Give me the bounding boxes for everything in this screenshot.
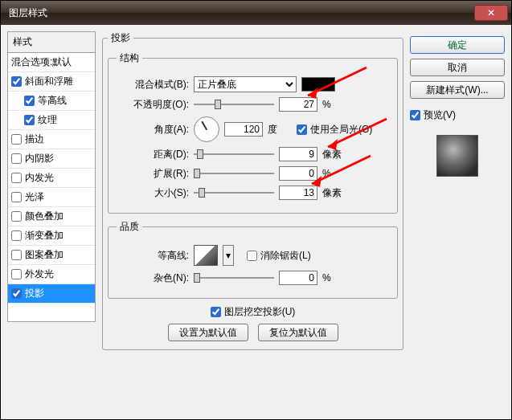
style-label: 斜面和浮雕 <box>25 75 73 88</box>
noise-unit: % <box>322 272 343 283</box>
style-row[interactable]: 图案叠加 <box>8 246 95 265</box>
style-checkbox[interactable] <box>11 192 22 202</box>
quality-legend: 品质 <box>117 220 142 234</box>
preview-label: 预览(V) <box>424 108 456 122</box>
style-row[interactable]: 斜面和浮雕 <box>8 72 95 92</box>
style-row[interactable]: 纹理 <box>8 111 95 130</box>
distance-label: 距离(D): <box>117 148 189 161</box>
style-row[interactable]: 外发光 <box>8 265 95 284</box>
style-label: 外发光 <box>25 267 54 281</box>
style-row[interactable]: 内阴影 <box>8 149 95 169</box>
knockout-wrap[interactable]: 图层挖空投影(U) <box>211 305 296 319</box>
style-label: 描边 <box>25 133 44 146</box>
noise-input[interactable] <box>279 271 317 285</box>
contour-picker[interactable] <box>194 245 218 266</box>
styles-list: 混合选项:默认斜面和浮雕等高线纹理描边内阴影内发光光泽颜色叠加渐变叠加图案叠加外… <box>7 53 96 322</box>
styles-header: 样式 <box>7 31 96 53</box>
style-label: 光泽 <box>25 190 44 204</box>
size-unit: 像素 <box>322 186 343 200</box>
style-label: 内发光 <box>25 171 54 185</box>
global-light-label: 使用全局光(G) <box>310 123 372 137</box>
style-checkbox[interactable] <box>11 230 22 241</box>
cancel-button[interactable]: 取消 <box>410 59 505 76</box>
knockout-label: 图层挖空投影(U) <box>224 305 296 319</box>
antialias-wrap[interactable]: 消除锯齿(L) <box>247 249 311 263</box>
blend-mode-select[interactable]: 正片叠底 <box>194 76 297 92</box>
reset-default-button[interactable]: 复位为默认值 <box>258 324 338 341</box>
style-row[interactable]: 内发光 <box>8 169 95 188</box>
global-light-checkbox[interactable] <box>297 124 307 135</box>
style-label: 渐变叠加 <box>25 229 63 243</box>
styles-sidebar: 样式 混合选项:默认斜面和浮雕等高线纹理描边内阴影内发光光泽颜色叠加渐变叠加图案… <box>7 31 96 413</box>
size-label: 大小(S): <box>117 186 189 200</box>
spread-slider[interactable] <box>194 167 274 180</box>
ok-button[interactable]: 确定 <box>410 36 505 54</box>
spread-input[interactable] <box>279 166 317 181</box>
style-checkbox[interactable] <box>24 115 35 125</box>
noise-slider[interactable] <box>194 271 274 284</box>
style-checkbox[interactable] <box>11 250 22 260</box>
style-label: 投影 <box>25 287 44 300</box>
style-row[interactable]: 等高线 <box>8 92 95 111</box>
titlebar[interactable]: 图层样式 ✕ <box>1 1 511 25</box>
style-label: 内阴影 <box>25 152 54 165</box>
opacity-label: 不透明度(O): <box>117 98 189 112</box>
style-checkbox[interactable] <box>11 211 22 222</box>
style-row[interactable]: 颜色叠加 <box>8 207 95 226</box>
style-row[interactable]: 光泽 <box>8 188 95 207</box>
distance-slider[interactable] <box>194 148 274 161</box>
style-checkbox[interactable] <box>11 288 22 299</box>
size-slider[interactable] <box>194 186 274 199</box>
contour-label: 等高线: <box>117 249 189 263</box>
contour-dropdown-icon[interactable]: ▾ <box>223 245 234 266</box>
style-row[interactable]: 描边 <box>8 130 95 149</box>
distance-unit: 像素 <box>322 148 343 161</box>
size-input[interactable] <box>279 186 317 200</box>
opacity-slider[interactable] <box>194 98 274 111</box>
angle-input[interactable] <box>224 122 263 137</box>
noise-label: 杂色(N): <box>117 271 189 285</box>
style-checkbox[interactable] <box>24 96 35 106</box>
style-row[interactable]: 混合选项:默认 <box>8 53 95 72</box>
style-checkbox[interactable] <box>11 153 22 164</box>
angle-label: 角度(A): <box>117 123 189 137</box>
angle-unit: 度 <box>268 123 289 137</box>
structure-legend: 结构 <box>117 51 142 65</box>
spread-unit: % <box>322 168 343 179</box>
settings-panel: 投影 结构 混合模式(B): 正片叠底 不透明度(O): % <box>96 31 410 413</box>
make-default-button[interactable]: 设置为默认值 <box>168 324 248 341</box>
close-icon: ✕ <box>487 7 495 18</box>
close-button[interactable]: ✕ <box>474 5 508 21</box>
new-style-button[interactable]: 新建样式(W)... <box>410 81 505 99</box>
window-title: 图层样式 <box>9 6 47 20</box>
preview-thumbnail <box>436 135 478 177</box>
blend-mode-label: 混合模式(B): <box>117 78 189 92</box>
style-checkbox[interactable] <box>11 134 22 145</box>
preview-wrap[interactable]: 预览(V) <box>410 108 505 122</box>
layer-style-dialog: 图层样式 ✕ 样式 混合选项:默认斜面和浮雕等高线纹理描边内阴影内发光光泽颜色叠… <box>0 0 512 420</box>
angle-dial[interactable] <box>194 116 219 142</box>
global-light-wrap[interactable]: 使用全局光(G) <box>297 123 372 137</box>
style-checkbox[interactable] <box>11 173 22 183</box>
style-checkbox[interactable] <box>11 76 22 87</box>
style-label: 图案叠加 <box>25 248 63 262</box>
opacity-unit: % <box>322 99 343 110</box>
preview-checkbox[interactable] <box>410 110 420 120</box>
shadow-color-swatch[interactable] <box>301 77 335 92</box>
style-label: 纹理 <box>38 113 57 127</box>
style-label: 颜色叠加 <box>25 210 63 223</box>
distance-input[interactable] <box>279 147 317 161</box>
panel-title: 投影 <box>108 31 133 45</box>
style-label: 混合选项:默认 <box>11 55 72 69</box>
dialog-buttons: 确定 取消 新建样式(W)... 预览(V) <box>410 31 505 413</box>
style-row[interactable]: 渐变叠加 <box>8 226 95 246</box>
style-row[interactable]: 投影 <box>8 284 95 304</box>
style-label: 等高线 <box>38 94 67 108</box>
antialias-checkbox[interactable] <box>247 251 257 261</box>
opacity-input[interactable] <box>279 97 317 112</box>
antialias-label: 消除锯齿(L) <box>260 249 311 263</box>
style-checkbox[interactable] <box>11 269 22 279</box>
spread-label: 扩展(R): <box>117 167 189 181</box>
knockout-checkbox[interactable] <box>211 307 221 317</box>
